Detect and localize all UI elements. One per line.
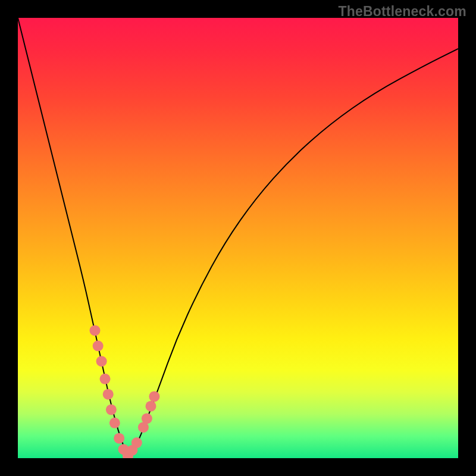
data-marker [131, 437, 142, 448]
plot-area [18, 18, 458, 458]
data-marker [142, 413, 152, 424]
data-marker [90, 325, 101, 336]
marker-group [90, 325, 160, 458]
data-marker [106, 405, 117, 415]
data-marker [109, 418, 120, 428]
chart-frame: TheBottleneck.com [0, 0, 476, 476]
bottleneck-curve [18, 18, 458, 453]
data-marker [145, 401, 156, 412]
data-marker [114, 433, 124, 444]
watermark-text: TheBottleneck.com [338, 4, 466, 20]
curve-layer [18, 18, 458, 458]
data-marker [149, 391, 159, 402]
data-marker [96, 356, 107, 367]
data-marker [93, 340, 104, 351]
data-marker [103, 389, 114, 400]
data-marker [100, 374, 111, 384]
